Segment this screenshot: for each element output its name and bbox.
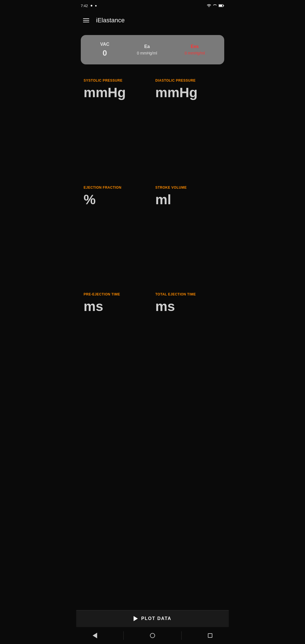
- home-button[interactable]: [143, 631, 162, 640]
- play-icon: [134, 616, 138, 621]
- metrics-grid: SYSTOLIC PRESSURE mmHg DIASTOLIC PRESSUR…: [76, 70, 229, 397]
- ea-value: 0 mmHg/ml: [137, 51, 157, 55]
- nav-divider-1: [123, 631, 124, 640]
- pre-ejection-time-label: PRE-EJECTION TIME: [84, 292, 150, 296]
- recent-button[interactable]: [201, 631, 219, 640]
- status-icons: [207, 3, 224, 8]
- ejection-fraction-cell: EJECTION FRACTION %: [81, 180, 152, 287]
- total-ejection-time-label: TOTAL EJECTION TIME: [155, 292, 221, 296]
- spacer: [76, 397, 229, 610]
- notification-icon: [90, 4, 93, 8]
- status-bar: 7:42: [76, 0, 229, 11]
- nav-divider-2: [181, 631, 182, 640]
- menu-button[interactable]: [81, 16, 91, 25]
- dot-indicator: [95, 5, 97, 6]
- diastolic-pressure-label: DIASTOLIC PRESSURE: [155, 79, 221, 82]
- battery-icon: [219, 4, 224, 7]
- plot-data-button[interactable]: PLOT DATA: [76, 610, 229, 627]
- plot-data-label: PLOT DATA: [141, 616, 171, 621]
- app-title: iElastance: [96, 17, 125, 24]
- ejection-fraction-label: EJECTION FRACTION: [84, 186, 150, 190]
- svg-rect-3: [219, 5, 222, 6]
- svg-point-0: [91, 5, 92, 6]
- stroke-volume-cell: STROKE VOLUME ml: [152, 180, 224, 287]
- ees-value: 0 mmHg/ml: [185, 51, 205, 55]
- back-button[interactable]: [86, 630, 104, 641]
- vac-label: VAC: [100, 42, 110, 47]
- ejection-fraction-value: %: [84, 192, 150, 207]
- systolic-pressure-value: mmHg: [84, 85, 150, 100]
- nav-bar: [76, 627, 229, 644]
- systolic-pressure-label: SYSTOLIC PRESSURE: [84, 79, 150, 82]
- wifi-icon: [207, 3, 211, 8]
- stroke-volume-value: ml: [155, 192, 221, 207]
- total-ejection-time-cell: TOTAL EJECTION TIME ms: [152, 287, 224, 394]
- menu-line-2: [83, 20, 89, 21]
- time-display: 7:42: [81, 4, 88, 8]
- status-time: 7:42: [81, 4, 97, 8]
- systolic-pressure-cell: SYSTOLIC PRESSURE mmHg: [81, 73, 152, 180]
- vac-value: 0: [103, 49, 107, 58]
- signal-icon: [213, 4, 217, 8]
- back-icon: [93, 633, 97, 638]
- vac-section: VAC 0: [100, 42, 110, 58]
- app-bar: iElastance: [76, 11, 229, 29]
- diastolic-pressure-value: mmHg: [155, 85, 221, 100]
- pre-ejection-time-value: ms: [84, 299, 150, 314]
- summary-card: VAC 0 Ea 0 mmHg/ml Ees 0 mmHg/ml: [81, 35, 224, 64]
- stroke-volume-label: STROKE VOLUME: [155, 186, 221, 190]
- total-ejection-time-value: ms: [155, 299, 221, 314]
- recent-icon: [208, 633, 212, 638]
- ea-section: Ea 0 mmHg/ml: [137, 44, 157, 55]
- ea-label: Ea: [144, 44, 150, 49]
- menu-line-1: [83, 18, 89, 19]
- menu-line-3: [83, 22, 89, 22]
- home-icon: [150, 633, 155, 638]
- svg-rect-2: [223, 5, 224, 6]
- ees-label: Ees: [191, 44, 199, 49]
- diastolic-pressure-cell: DIASTOLIC PRESSURE mmHg: [152, 73, 224, 180]
- pre-ejection-time-cell: PRE-EJECTION TIME ms: [81, 287, 152, 394]
- ees-section: Ees 0 mmHg/ml: [185, 44, 205, 55]
